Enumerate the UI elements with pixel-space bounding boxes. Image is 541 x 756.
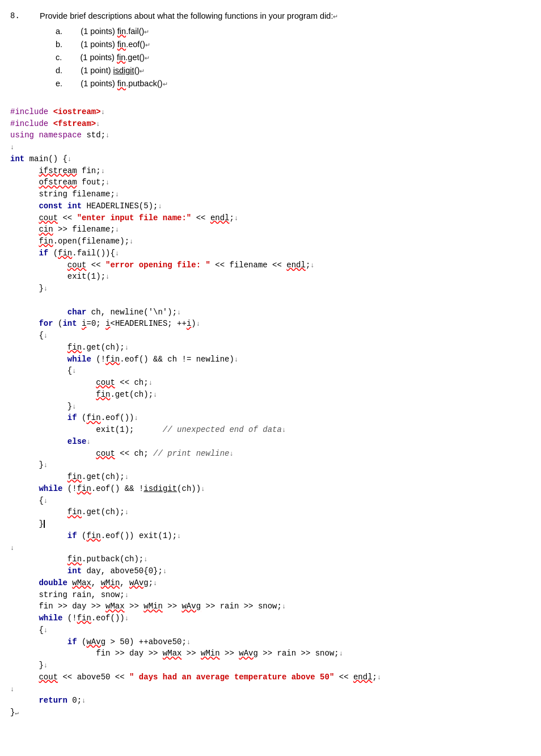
sub-item-d: d. (1 point) isdigit()↵ — [56, 65, 531, 77]
sub-item-a: a. (1 points) fin.fail()↵ — [56, 26, 531, 37]
sub-item-e: e. (1 points) fin.putback()↵ — [56, 78, 531, 90]
question-number: 8. — [10, 10, 26, 22]
sub-item-c: c. (1 points) fin.get()↵ — [56, 52, 531, 64]
sub-item-b: b. (1 points) fin.eof()↵ — [56, 39, 531, 51]
question-text: Provide brief descriptions about what th… — [40, 10, 338, 22]
code-block: #include <iostream>↓ #include <fstream>↓… — [10, 94, 531, 719]
question-section: 8. Provide brief descriptions about what… — [10, 10, 531, 90]
question-header: 8. Provide brief descriptions about what… — [10, 10, 531, 22]
sub-items-list: a. (1 points) fin.fail()↵ b. (1 points) … — [56, 26, 531, 90]
